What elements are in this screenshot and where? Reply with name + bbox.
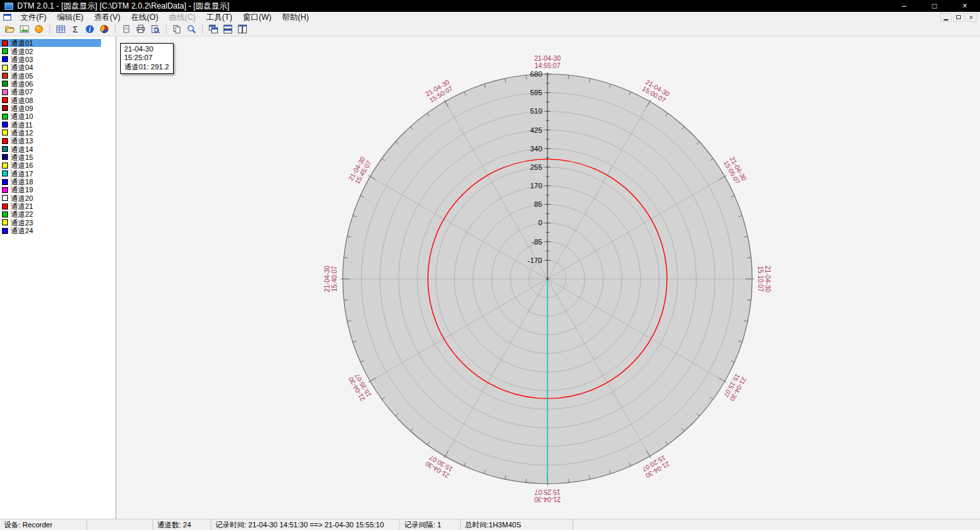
rim-minor-tick (344, 258, 348, 258)
channel-item-通道23[interactable]: 通道23 (0, 219, 101, 227)
maximize-button[interactable]: □ (919, 0, 950, 12)
menu-window[interactable]: 窗口(W) (238, 12, 277, 22)
menu-edit[interactable]: 编辑(E) (52, 12, 88, 22)
channel-item-通道13[interactable]: 通道13 (0, 137, 101, 145)
channel-item-通道24[interactable]: 通道24 (0, 227, 101, 235)
channel-item-通道17[interactable]: 通道17 (0, 170, 101, 178)
channel-item-通道08[interactable]: 通道08 (0, 96, 101, 104)
value-axis-label: 0 (538, 219, 542, 227)
channel-color-chip (2, 130, 8, 135)
cascade-windows-icon[interactable] (207, 23, 220, 35)
status-record-interval: 记录间隔: 1 (400, 519, 461, 530)
channel-item-通道15[interactable]: 通道15 (0, 153, 101, 161)
menu-view[interactable]: 查看(V) (88, 12, 125, 22)
channel-item-通道11[interactable]: 通道11 (0, 120, 101, 128)
channel-item-通道22[interactable]: 通道22 (0, 210, 101, 218)
toolbar-separator (50, 24, 50, 34)
channel-label: 通道12 (11, 129, 33, 137)
channel-item-通道14[interactable]: 通道14 (0, 145, 101, 153)
sum-sigma-icon[interactable]: Σ (69, 23, 82, 35)
channel-item-通道16[interactable]: 通道16 (0, 161, 101, 169)
channel-color-chip (2, 122, 8, 128)
channel-item-通道19[interactable]: 通道19 (0, 186, 101, 194)
menu-curve: 曲线(C) (164, 12, 201, 22)
menu-tools[interactable]: 工具(T) (201, 12, 237, 22)
channel-label: 通道05 (11, 72, 33, 80)
chart-area: 680595510425340255170850-85-17021-04-301… (116, 36, 980, 519)
channel-item-通道12[interactable]: 通道12 (0, 129, 101, 137)
status-spare (87, 519, 153, 530)
print-icon[interactable] (134, 23, 147, 35)
rim-minor-tick (344, 300, 348, 301)
open-file-icon[interactable] (3, 23, 17, 35)
channel-label: 通道19 (11, 186, 33, 194)
channel-color-chip (2, 65, 8, 71)
channel-color-chip (2, 105, 8, 111)
channel-label: 通道15 (11, 153, 33, 161)
channel-label: 通道06 (11, 80, 33, 88)
channel-item-通道07[interactable]: 通道07 (0, 88, 101, 96)
channel-item-通道04[interactable]: 通道04 (0, 63, 101, 71)
copy-icon[interactable] (170, 23, 184, 35)
svg-text:21-04-3014:55:07: 21-04-3014:55:07 (534, 55, 561, 69)
channel-item-通道09[interactable]: 通道09 (0, 104, 101, 112)
channel-item-通道06[interactable]: 通道06 (0, 80, 101, 88)
tile-horizontal-icon[interactable] (221, 23, 234, 35)
channel-item-通道02[interactable]: 通道02 (0, 47, 101, 55)
channel-label: 通道20 (11, 194, 33, 202)
curve-colors-icon[interactable] (98, 23, 111, 35)
channel-item-通道18[interactable]: 通道18 (0, 178, 101, 186)
channel-item-通道20[interactable]: 通道20 (0, 194, 101, 202)
channel-color-chip (2, 219, 8, 225)
channel-list: 通道01通道02通道03通道04通道05通道06通道07通道08通道09通道10… (0, 36, 116, 519)
app-icon (5, 3, 13, 10)
minimize-button[interactable]: – (889, 0, 919, 12)
channel-item-通道10[interactable]: 通道10 (0, 112, 101, 120)
value-axis-label: 425 (530, 126, 542, 134)
svg-text:21-04-3015:25:07: 21-04-3015:25:07 (534, 488, 561, 503)
channel-label: 通道02 (11, 48, 33, 56)
channel-color-chip (2, 195, 8, 201)
channel-label: 通道01 (11, 39, 33, 47)
mdi-child-icon[interactable] (3, 14, 11, 20)
zoom-icon[interactable] (185, 23, 198, 35)
channel-label: 通道11 (11, 121, 32, 129)
time-label-14:55:07: 21-04-3014:55:07 (534, 55, 561, 69)
channel-label: 通道14 (11, 145, 33, 153)
toolbar-separator (202, 24, 203, 34)
value-axis-label: 680 (530, 70, 542, 78)
data-table-icon[interactable] (54, 23, 67, 35)
close-button[interactable]: × (950, 0, 980, 12)
channel-color-chip (2, 154, 8, 160)
channel-color-chip (2, 81, 8, 87)
channel-color-chip (2, 179, 8, 185)
rim-minor-tick (526, 478, 527, 482)
mdi-restore-button[interactable] (953, 13, 964, 22)
save-image-icon[interactable] (18, 23, 31, 35)
copy-page-icon[interactable] (120, 23, 133, 35)
channel-label: 通道13 (11, 137, 33, 145)
channel-label: 通道22 (11, 210, 33, 218)
channel-label: 通道08 (11, 96, 33, 104)
value-axis-label: 595 (530, 89, 542, 96)
time-label-15:40:07: 21-04-3015:40:07 (324, 266, 338, 292)
channel-label: 通道23 (11, 219, 33, 227)
channel-item-通道05[interactable]: 通道05 (0, 71, 101, 79)
menu-help[interactable]: 帮助(H) (277, 12, 314, 22)
mdi-close-button[interactable]: × (965, 13, 977, 22)
channel-item-通道21[interactable]: 通道21 (0, 202, 101, 210)
channel-item-通道01[interactable]: 通道01 (0, 39, 101, 47)
channel-color-chip (2, 211, 8, 217)
tile-vertical-icon[interactable] (236, 23, 249, 35)
toolbar: Σi (0, 22, 980, 36)
channel-color-chip (2, 56, 8, 62)
mdi-minimize-button[interactable] (940, 13, 952, 22)
channel-item-通道03[interactable]: 通道03 (0, 56, 101, 63)
menu-file[interactable]: 文件(F) (15, 12, 52, 22)
info-icon[interactable]: i (83, 23, 96, 35)
print-preview-icon[interactable] (149, 23, 162, 35)
online-ball-icon[interactable] (32, 23, 46, 35)
menu-online[interactable]: 在线(O) (125, 12, 163, 22)
time-label-15:10:07: 21-04-3015:10:07 (757, 266, 771, 292)
chart-center-dot (547, 278, 549, 280)
